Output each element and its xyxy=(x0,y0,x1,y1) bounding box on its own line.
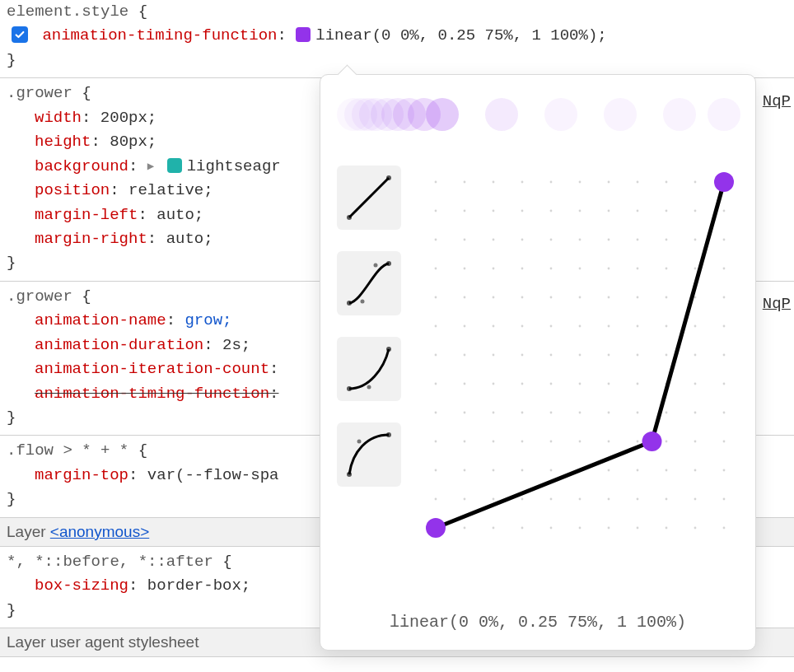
svg-point-151 xyxy=(723,441,726,443)
svg-point-23 xyxy=(435,498,437,501)
svg-point-65 xyxy=(550,210,553,212)
svg-point-126 xyxy=(666,469,668,472)
selector: .flow > * + * xyxy=(7,441,128,460)
svg-point-41 xyxy=(493,268,495,270)
svg-point-79 xyxy=(579,239,581,241)
preset-linear[interactable] xyxy=(337,166,401,230)
expand-icon[interactable]: ▶ xyxy=(147,158,154,176)
svg-point-11 xyxy=(357,440,362,444)
property-name[interactable]: animation-timing-function xyxy=(42,26,277,44)
svg-point-129 xyxy=(694,181,697,184)
svg-point-18 xyxy=(435,354,437,357)
svg-point-117 xyxy=(666,210,668,212)
property-value[interactable]: linear(0 0%, 0.25 75%, 1 100%); xyxy=(315,26,606,44)
svg-point-131 xyxy=(694,239,697,241)
svg-point-44 xyxy=(493,354,495,357)
svg-point-104 xyxy=(637,210,639,212)
svg-point-125 xyxy=(666,441,668,443)
svg-point-68 xyxy=(550,296,553,299)
svg-point-32 xyxy=(464,383,466,385)
svg-point-97 xyxy=(608,383,610,385)
svg-point-107 xyxy=(637,296,639,299)
svg-point-60 xyxy=(521,441,524,443)
svg-point-26 xyxy=(464,210,466,212)
svg-point-73 xyxy=(550,441,553,443)
svg-point-8 xyxy=(367,385,371,390)
preset-ease-out[interactable] xyxy=(337,422,401,487)
preset-ease-in-out[interactable] xyxy=(337,251,401,315)
svg-point-149 xyxy=(723,383,726,385)
svg-point-135 xyxy=(694,354,697,357)
curve-canvas[interactable] xyxy=(419,166,740,577)
svg-point-153 xyxy=(723,498,726,501)
preset-ease-in[interactable] xyxy=(337,337,401,401)
svg-point-69 xyxy=(550,325,553,328)
svg-point-50 xyxy=(493,527,495,530)
svg-point-92 xyxy=(608,239,610,241)
svg-point-20 xyxy=(435,412,437,414)
svg-point-76 xyxy=(550,527,553,530)
svg-point-54 xyxy=(521,268,524,270)
preview-ball xyxy=(544,98,577,131)
svg-point-22 xyxy=(435,469,437,472)
svg-point-141 xyxy=(694,527,697,530)
svg-point-154 xyxy=(723,527,726,530)
easing-swatch-icon[interactable] xyxy=(296,27,311,42)
svg-point-100 xyxy=(608,469,610,472)
svg-point-110 xyxy=(637,383,639,385)
color-swatch-icon[interactable] xyxy=(167,158,182,173)
svg-point-109 xyxy=(637,354,639,357)
svg-point-137 xyxy=(694,412,697,414)
svg-point-45 xyxy=(493,383,495,385)
svg-point-37 xyxy=(464,527,466,530)
preset-list xyxy=(337,166,401,487)
svg-point-48 xyxy=(493,469,495,472)
source-link[interactable]: NqP xyxy=(763,92,791,110)
preview-ball xyxy=(485,98,518,131)
svg-point-90 xyxy=(608,181,610,184)
svg-point-55 xyxy=(521,296,524,299)
curve-control-point[interactable] xyxy=(426,518,446,538)
svg-point-43 xyxy=(493,325,495,328)
svg-point-99 xyxy=(608,441,610,443)
svg-point-144 xyxy=(723,239,726,241)
property-enabled-checkbox[interactable] xyxy=(12,26,28,43)
svg-point-112 xyxy=(637,441,639,443)
svg-point-139 xyxy=(694,469,697,472)
svg-point-25 xyxy=(464,181,466,184)
svg-point-53 xyxy=(521,239,524,241)
svg-point-4 xyxy=(361,300,365,304)
svg-point-38 xyxy=(493,181,495,184)
svg-point-57 xyxy=(521,354,524,357)
svg-point-52 xyxy=(521,210,524,212)
svg-point-108 xyxy=(637,325,639,328)
svg-point-133 xyxy=(694,296,697,299)
svg-point-98 xyxy=(608,412,610,414)
svg-point-136 xyxy=(694,383,697,385)
svg-point-120 xyxy=(666,296,668,299)
svg-point-93 xyxy=(608,268,610,270)
svg-point-21 xyxy=(435,441,437,443)
layer-link[interactable]: <anonymous> xyxy=(50,523,149,540)
svg-point-152 xyxy=(723,469,726,472)
source-link[interactable]: NqP xyxy=(763,295,791,313)
svg-point-13 xyxy=(435,210,437,212)
easing-value-label: linear(0 0%, 0.25 75%, 1 100%) xyxy=(320,613,755,632)
svg-point-15 xyxy=(435,268,437,270)
svg-point-145 xyxy=(723,268,726,270)
svg-point-105 xyxy=(637,239,639,241)
svg-point-71 xyxy=(550,383,553,385)
svg-point-5 xyxy=(374,264,378,268)
svg-point-56 xyxy=(521,325,524,328)
svg-point-114 xyxy=(637,498,639,501)
svg-point-143 xyxy=(723,210,726,212)
curve-control-point[interactable] xyxy=(714,172,734,192)
svg-point-63 xyxy=(521,527,524,530)
svg-point-12 xyxy=(435,181,437,184)
curve-control-point[interactable] xyxy=(642,432,662,451)
svg-point-81 xyxy=(579,296,581,299)
easing-editor-popover: linear(0 0%, 0.25 75%, 1 100%) xyxy=(320,74,756,651)
svg-point-70 xyxy=(550,354,553,357)
selector: *, *::before, *::after xyxy=(7,553,213,571)
svg-point-106 xyxy=(637,268,639,270)
